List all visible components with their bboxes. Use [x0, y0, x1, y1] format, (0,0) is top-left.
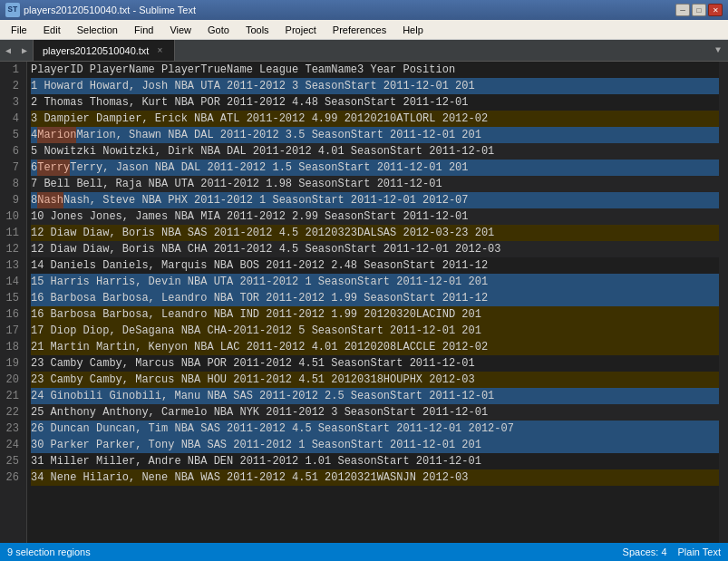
line-number: 20	[4, 372, 19, 388]
code-text: PlayerID PlayerName PlayerTrueName Leagu…	[31, 62, 455, 78]
code-text: 2 Thomas Thomas, Kurt NBA POR 2011-2012 …	[31, 94, 468, 111]
line-number: 11	[4, 225, 19, 241]
line-number: 2	[4, 78, 19, 94]
line-number: 9	[4, 192, 19, 208]
table-row: 15 Harris Harris, Devin NBA UTA 2011-201…	[31, 274, 719, 290]
menu-find[interactable]: Find	[127, 23, 160, 37]
code-text: 31 Miller Miller, Andre NBA DEN 2011-201…	[31, 453, 481, 469]
code-text: 6	[31, 160, 37, 176]
menu-file[interactable]: File	[4, 23, 34, 37]
line-number: 21	[4, 388, 19, 404]
window-title: players20120510040.txt - Sublime Text	[24, 5, 196, 15]
table-row: 16 Barbosa Barbosa, Leandro NBA TOR 2011…	[31, 290, 719, 306]
tab-bar: ◀ ▶ players20120510040.txt × ▼	[0, 40, 728, 62]
menu-edit[interactable]: Edit	[36, 23, 68, 37]
code-text: 16 Barbosa Barbosa, Leandro NBA IND 2011…	[31, 306, 481, 323]
line-number: 25	[4, 453, 19, 469]
code-text: 14 Daniels Daniels, Marquis NBA BOS 2011…	[31, 257, 488, 274]
code-text: 7 Bell Bell, Raja NBA UTA 2011-2012 1.98…	[31, 176, 442, 192]
search-highlight: Terry	[37, 160, 70, 176]
table-row: 23 Camby Camby, Marcus NBA POR 2011-2012…	[31, 355, 719, 372]
table-row: 5 Nowitzki Nowitzki, Dirk NBA DAL 2011-2…	[31, 143, 719, 160]
status-right: Spaces: 4 Plain Text	[623, 546, 721, 557]
title-bar: ST players20120510040.txt - Sublime Text…	[0, 0, 728, 20]
code-text: 26 Duncan Duncan, Tim NBA SAS 2011-2012 …	[31, 421, 514, 437]
table-row: 12 Diaw Diaw, Boris NBA SAS 2011-2012 4.…	[31, 225, 719, 241]
code-text: 1 Howard Howard, Josh NBA UTA 2011-2012 …	[31, 78, 475, 94]
window-controls[interactable]: ─ □ ✕	[675, 4, 723, 16]
title-bar-left: ST players20120510040.txt - Sublime Text	[5, 3, 196, 17]
menu-selection[interactable]: Selection	[70, 23, 125, 37]
code-text: Marion, Shawn NBA DAL 2011-2012 3.5 Seas…	[76, 127, 480, 143]
menu-project[interactable]: Project	[278, 23, 324, 37]
line-numbers: 1234567891011121314151617181920212223242…	[0, 62, 27, 543]
line-number: 17	[4, 323, 19, 339]
code-text: Terry, Jason NBA DAL 2011-2012 1.5 Seaso…	[70, 160, 468, 176]
close-button[interactable]: ✕	[708, 4, 723, 16]
line-number: 8	[4, 176, 19, 192]
menu-help[interactable]: Help	[395, 23, 431, 37]
line-number: 5	[4, 127, 19, 143]
table-row: 8 Nash Nash, Steve NBA PHX 2011-2012 1 S…	[31, 192, 719, 208]
table-row: 4 Marion Marion, Shawn NBA DAL 2011-2012…	[31, 127, 719, 143]
table-row: 2 Thomas Thomas, Kurt NBA POR 2011-2012 …	[31, 94, 719, 111]
line-number: 22	[4, 404, 19, 421]
tab-label: players20120510040.txt	[43, 45, 149, 56]
table-row: 3 Dampier Dampier, Erick NBA ATL 2011-20…	[31, 111, 719, 127]
code-text: 15 Harris Harris, Devin NBA UTA 2011-201…	[31, 274, 488, 290]
editor-area: 1234567891011121314151617181920212223242…	[0, 62, 728, 543]
minimize-button[interactable]: ─	[675, 4, 690, 16]
app-icon: ST	[5, 3, 20, 17]
tab-dropdown-button[interactable]: ▼	[712, 44, 724, 57]
code-text: 30 Parker Parker, Tony NBA SAS 2011-2012…	[31, 437, 481, 453]
maximize-button[interactable]: □	[692, 4, 706, 16]
tab-prev-button[interactable]: ◀	[0, 40, 16, 61]
code-text: 5 Nowitzki Nowitzki, Dirk NBA DAL 2011-2…	[31, 143, 494, 160]
tab-bar-right: ▼	[712, 40, 728, 61]
table-row: 16 Barbosa Barbosa, Leandro NBA IND 2011…	[31, 306, 719, 323]
line-number: 10	[4, 208, 19, 225]
menu-view[interactable]: View	[162, 23, 199, 37]
code-text: 8	[31, 192, 37, 208]
status-bar: 9 selection regions Spaces: 4 Plain Text	[0, 543, 728, 561]
table-row: PlayerID PlayerName PlayerTrueName Leagu…	[31, 62, 719, 78]
search-highlight: Marion	[37, 127, 76, 143]
menu-goto[interactable]: Goto	[200, 23, 237, 37]
line-number: 15	[4, 290, 19, 306]
menu-tools[interactable]: Tools	[238, 23, 277, 37]
code-content[interactable]: PlayerID PlayerName PlayerTrueName Leagu…	[27, 62, 719, 543]
code-text: 4	[31, 127, 37, 143]
table-row: 7 Bell Bell, Raja NBA UTA 2011-2012 1.98…	[31, 176, 719, 192]
line-number: 14	[4, 274, 19, 290]
table-row: 6 Terry Terry, Jason NBA DAL 2011-2012 1…	[31, 160, 719, 176]
code-text: 16 Barbosa Barbosa, Leandro NBA TOR 2011…	[31, 290, 488, 306]
code-text: 24 Ginobili Ginobili, Manu NBA SAS 2011-…	[31, 388, 494, 404]
line-number: 1	[4, 62, 19, 78]
table-row: 10 Jones Jones, James NBA MIA 2011-2012 …	[31, 208, 719, 225]
table-row: 31 Miller Miller, Andre NBA DEN 2011-201…	[31, 453, 719, 469]
code-text: 23 Camby Camby, Marcus NBA HOU 2011-2012…	[31, 372, 475, 388]
table-row: 21 Martin Martin, Kenyon NBA LAC 2011-20…	[31, 339, 719, 355]
table-row: 23 Camby Camby, Marcus NBA HOU 2011-2012…	[31, 372, 719, 388]
tab-file[interactable]: players20120510040.txt ×	[33, 40, 175, 61]
line-number: 24	[4, 437, 19, 453]
code-text: 25 Anthony Anthony, Carmelo NBA NYK 2011…	[31, 404, 488, 421]
tab-next-button[interactable]: ▶	[16, 40, 33, 61]
line-number: 18	[4, 339, 19, 355]
code-text: 12 Diaw Diaw, Boris NBA CHA 2011-2012 4.…	[31, 241, 500, 257]
table-row: 24 Ginobili Ginobili, Manu NBA SAS 2011-…	[31, 388, 719, 404]
table-row: 1 Howard Howard, Josh NBA UTA 2011-2012 …	[31, 78, 719, 94]
line-number: 26	[4, 469, 19, 486]
table-row: 14 Daniels Daniels, Marquis NBA BOS 2011…	[31, 257, 719, 274]
line-number: 23	[4, 421, 19, 437]
table-row: 26 Duncan Duncan, Tim NBA SAS 2011-2012 …	[31, 421, 719, 437]
line-number: 3	[4, 94, 19, 111]
code-text: 10 Jones Jones, James NBA MIA 2011-2012 …	[31, 208, 468, 225]
search-highlight: Nash	[37, 192, 63, 208]
selection-regions-status: 9 selection regions	[7, 546, 91, 557]
menu-preferences[interactable]: Preferences	[325, 23, 393, 37]
code-text: 3 Dampier Dampier, Erick NBA ATL 2011-20…	[31, 111, 488, 127]
tab-close-button[interactable]: ×	[154, 45, 165, 56]
line-number: 19	[4, 355, 19, 372]
table-row: 34 Nene Hilario, Nene NBA WAS 2011-2012 …	[31, 469, 719, 486]
